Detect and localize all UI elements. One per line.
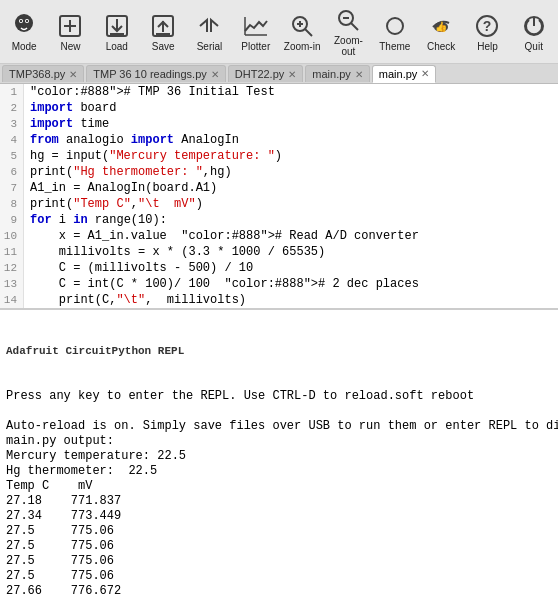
- quit-button[interactable]: Quit: [512, 10, 556, 54]
- tab-dht22[interactable]: DHT22.py ✕: [228, 65, 304, 82]
- line-number-9: 9: [0, 212, 24, 228]
- line-code-2: import board: [24, 100, 116, 116]
- code-line-13: 13 C = int(C * 100)/ 100 "color:#888"># …: [0, 276, 558, 292]
- line-number-12: 12: [0, 260, 24, 276]
- help-icon: ?: [472, 12, 502, 40]
- zoom-out-button[interactable]: Zoom-out: [326, 4, 370, 59]
- svg-point-3: [20, 20, 22, 22]
- plotter-icon: [241, 12, 271, 40]
- line-code-12: C = (millivolts - 500) / 10: [24, 260, 253, 276]
- tab-main-py2[interactable]: main.py ✕: [372, 65, 437, 83]
- code-line-3: 3import time: [0, 116, 558, 132]
- line-code-10: x = A1_in.value "color:#888"># Read A/D …: [24, 228, 419, 244]
- code-line-4: 4from analogio import AnalogIn: [0, 132, 558, 148]
- quit-label: Quit: [525, 41, 543, 52]
- line-number-5: 5: [0, 148, 24, 164]
- zoom-in-icon: [287, 12, 317, 40]
- code-line-5: 5hg = input("Mercury temperature: "): [0, 148, 558, 164]
- line-number-7: 7: [0, 180, 24, 196]
- zoom-out-label: Zoom-out: [328, 35, 368, 57]
- line-code-13: C = int(C * 100)/ 100 "color:#888"># 2 d…: [24, 276, 419, 292]
- code-editor[interactable]: 1"color:#888"># TMP 36 Initial Test2impo…: [0, 84, 558, 309]
- line-number-2: 2: [0, 100, 24, 116]
- line-code-8: print("Temp C","\t mV"): [24, 196, 203, 212]
- serial-button[interactable]: Serial: [187, 10, 231, 54]
- line-code-7: A1_in = AnalogIn(board.A1): [24, 180, 217, 196]
- line-code-5: hg = input("Mercury temperature: "): [24, 148, 282, 164]
- help-button[interactable]: ? Help: [465, 10, 509, 54]
- check-icon: 👍: [426, 12, 456, 40]
- serial-output: Press any key to enter the REPL. Use CTR…: [6, 389, 552, 600]
- tabs-bar: TMP368.py ✕ TMP 36 10 readings.py ✕ DHT2…: [0, 64, 558, 84]
- load-label: Load: [106, 41, 128, 52]
- code-line-10: 10 x = A1_in.value "color:#888"># Read A…: [0, 228, 558, 244]
- svg-point-23: [387, 18, 403, 34]
- close-tab-main-py2[interactable]: ✕: [421, 68, 429, 79]
- plotter-button[interactable]: Plotter: [234, 10, 278, 54]
- code-line-2: 2import board: [0, 100, 558, 116]
- line-code-4: from analogio import AnalogIn: [24, 132, 239, 148]
- load-icon: [102, 12, 132, 40]
- quit-icon: [519, 12, 549, 40]
- line-number-14: 14: [0, 292, 24, 308]
- code-line-11: 11 millivolts = x * (3.3 * 1000 / 65535): [0, 244, 558, 260]
- line-code-11: millivolts = x * (3.3 * 1000 / 65535): [24, 244, 325, 260]
- code-line-9: 9for i in range(10):: [0, 212, 558, 228]
- serial-label: Adafruit CircuitPython REPL: [6, 344, 552, 359]
- line-code-9: for i in range(10):: [24, 212, 167, 228]
- new-label: New: [60, 41, 80, 52]
- line-number-10: 10: [0, 228, 24, 244]
- line-number-13: 13: [0, 276, 24, 292]
- theme-icon: [380, 12, 410, 40]
- code-line-1: 1"color:#888"># TMP 36 Initial Test: [0, 84, 558, 100]
- line-number-4: 4: [0, 132, 24, 148]
- serial-area: Adafruit CircuitPython REPL Press any ke…: [0, 309, 558, 600]
- line-code-6: print("Hg thermometer: ",hg): [24, 164, 232, 180]
- line-number-11: 11: [0, 244, 24, 260]
- mode-button[interactable]: Mode: [2, 10, 46, 54]
- serial-label: Serial: [197, 41, 223, 52]
- code-line-6: 6print("Hg thermometer: ",hg): [0, 164, 558, 180]
- new-icon: [55, 12, 85, 40]
- svg-text:👍: 👍: [435, 20, 448, 33]
- line-code-3: import time: [24, 116, 109, 132]
- code-line-12: 12 C = (millivolts - 500) / 10: [0, 260, 558, 276]
- zoom-out-icon: [333, 6, 363, 34]
- svg-line-17: [305, 29, 312, 36]
- new-button[interactable]: New: [48, 10, 92, 54]
- theme-button[interactable]: Theme: [373, 10, 417, 54]
- mode-icon: [9, 12, 39, 40]
- load-button[interactable]: Load: [95, 10, 139, 54]
- line-number-6: 6: [0, 164, 24, 180]
- save-button[interactable]: Save: [141, 10, 185, 54]
- line-number-8: 8: [0, 196, 24, 212]
- zoom-in-label: Zoom-in: [284, 41, 321, 52]
- plotter-label: Plotter: [241, 41, 270, 52]
- check-label: Check: [427, 41, 455, 52]
- tab-main-py[interactable]: main.py ✕: [305, 65, 370, 82]
- toolbar: Mode New Load: [0, 0, 558, 64]
- line-code-14: print(C,"\t", millivolts): [24, 292, 246, 308]
- serial-icon: [194, 12, 224, 40]
- code-line-7: 7A1_in = AnalogIn(board.A1): [0, 180, 558, 196]
- close-tab-main-py[interactable]: ✕: [355, 69, 363, 80]
- check-button[interactable]: 👍 Check: [419, 10, 463, 54]
- code-line-8: 8print("Temp C","\t mV"): [0, 196, 558, 212]
- close-tab-tmp36-10[interactable]: ✕: [211, 69, 219, 80]
- mode-label: Mode: [12, 41, 37, 52]
- close-tab-tmp368[interactable]: ✕: [69, 69, 77, 80]
- svg-line-21: [351, 23, 358, 30]
- zoom-in-button[interactable]: Zoom-in: [280, 10, 324, 54]
- tab-tmp368[interactable]: TMP368.py ✕: [2, 65, 84, 82]
- code-line-14: 14 print(C,"\t", millivolts): [0, 292, 558, 308]
- close-tab-dht22[interactable]: ✕: [288, 69, 296, 80]
- line-number-1: 1: [0, 84, 24, 100]
- svg-point-4: [26, 20, 28, 22]
- save-icon: [148, 12, 178, 40]
- tab-tmp36-10[interactable]: TMP 36 10 readings.py ✕: [86, 65, 226, 82]
- svg-text:?: ?: [483, 18, 492, 34]
- theme-label: Theme: [379, 41, 410, 52]
- line-code-1: "color:#888"># TMP 36 Initial Test: [24, 84, 275, 100]
- help-label: Help: [477, 41, 498, 52]
- save-label: Save: [152, 41, 175, 52]
